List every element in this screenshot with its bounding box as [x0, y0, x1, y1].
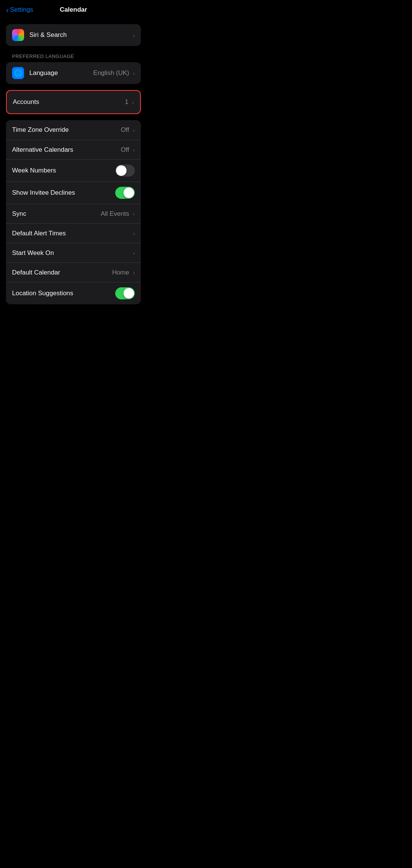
week-numbers-toggle[interactable]: [115, 165, 135, 177]
language-label: Language: [29, 69, 93, 77]
week-numbers-toggle-knob: [116, 165, 127, 176]
start-week-on-label: Start Week On: [12, 249, 131, 257]
start-week-on-item[interactable]: Start Week On ›: [6, 243, 141, 262]
sync-value: All Events: [101, 210, 129, 218]
alternative-calendars-item[interactable]: Alternative Calendars Off ›: [6, 140, 141, 159]
location-suggestions-item[interactable]: Location Suggestions: [6, 282, 141, 304]
show-invitee-declines-toggle[interactable]: [115, 187, 135, 199]
siri-search-item[interactable]: Siri & Search ›: [6, 24, 141, 46]
language-chevron-icon: ›: [133, 70, 135, 76]
time-zone-override-value: Off: [121, 126, 129, 134]
siri-chevron-icon: ›: [133, 32, 135, 38]
default-calendar-chevron-icon: ›: [133, 269, 135, 276]
default-alert-times-item[interactable]: Default Alert Times ›: [6, 223, 141, 243]
accounts-item[interactable]: Accounts 1 ›: [7, 91, 140, 113]
language-icon: 🌐: [12, 67, 24, 79]
back-label: Settings: [10, 6, 33, 14]
settings-group: Time Zone Override Off › Alternative Cal…: [6, 120, 141, 304]
time-zone-override-chevron-icon: ›: [133, 127, 135, 133]
start-week-on-chevron-icon: ›: [133, 250, 135, 256]
show-invitee-declines-label: Show Invitee Declines: [12, 189, 115, 197]
alternative-calendars-chevron-icon: ›: [133, 146, 135, 153]
accounts-card: Accounts 1 ›: [6, 90, 141, 114]
show-invitee-declines-item[interactable]: Show Invitee Declines: [6, 182, 141, 204]
location-suggestions-toggle-knob: [124, 288, 134, 299]
week-numbers-item[interactable]: Week Numbers: [6, 159, 141, 182]
language-item[interactable]: 🌐 Language English (UK) ›: [6, 62, 141, 84]
language-value: English (UK): [93, 69, 129, 77]
siri-search-label: Siri & Search: [29, 31, 131, 39]
accounts-label: Accounts: [13, 98, 125, 106]
location-suggestions-label: Location Suggestions: [12, 290, 115, 297]
sync-item[interactable]: Sync All Events ›: [6, 204, 141, 223]
default-alert-times-label: Default Alert Times: [12, 230, 131, 237]
preferred-language-section-label: PREFERRED LANGUAGE: [6, 53, 141, 59]
language-card: 🌐 Language English (UK) ›: [6, 62, 141, 84]
navigation-header: ‹ Settings Calendar: [0, 0, 147, 18]
time-zone-override-label: Time Zone Override: [12, 126, 121, 134]
siri-search-card: Siri & Search ›: [6, 24, 141, 46]
show-invitee-declines-toggle-knob: [124, 188, 134, 198]
page-title: Calendar: [60, 6, 87, 14]
week-numbers-label: Week Numbers: [12, 167, 115, 174]
location-suggestions-toggle[interactable]: [115, 287, 135, 299]
default-calendar-value: Home: [112, 269, 129, 276]
default-calendar-item[interactable]: Default Calendar Home ›: [6, 262, 141, 282]
default-alert-times-chevron-icon: ›: [133, 230, 135, 236]
back-button[interactable]: ‹ Settings: [6, 6, 33, 14]
accounts-value: 1: [125, 98, 128, 106]
sync-chevron-icon: ›: [133, 211, 135, 217]
default-calendar-label: Default Calendar: [12, 269, 112, 276]
back-chevron-icon: ‹: [6, 6, 9, 14]
siri-icon: [12, 29, 24, 41]
preferred-language-section: PREFERRED LANGUAGE 🌐 Language English (U…: [6, 53, 141, 84]
accounts-chevron-icon: ›: [132, 99, 134, 105]
alternative-calendars-value: Off: [121, 146, 129, 154]
sync-label: Sync: [12, 210, 101, 218]
time-zone-override-item[interactable]: Time Zone Override Off ›: [6, 120, 141, 140]
alternative-calendars-label: Alternative Calendars: [12, 146, 121, 154]
